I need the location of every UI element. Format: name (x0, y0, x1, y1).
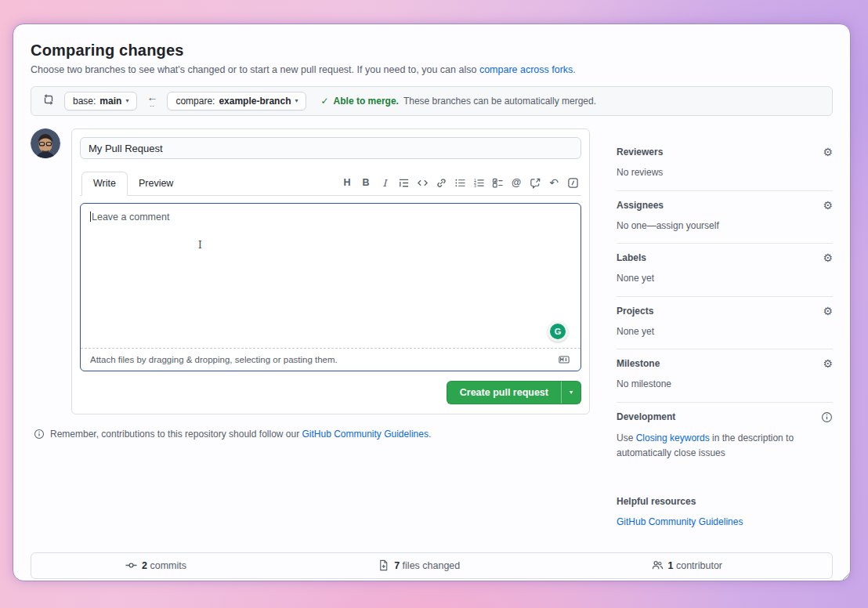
gear-icon[interactable]: ⚙ (823, 306, 833, 317)
compare-across-forks-link[interactable]: compare across forks (479, 64, 573, 75)
compare-branch-name: example-branch (219, 96, 291, 107)
code-icon[interactable] (415, 176, 429, 190)
unordered-list-icon[interactable] (453, 176, 467, 190)
mention-icon[interactable]: @ (509, 176, 523, 190)
sidebar-section-assignees: Assignees ⚙ No one—assign yourself (617, 191, 833, 244)
saved-replies-icon[interactable]: ↶ (547, 176, 561, 190)
comparing-changes-page: Comparing changes Choose two branches to… (13, 24, 851, 581)
reminder-pre: Remember, contributions to this reposito… (50, 429, 302, 440)
commits-stat[interactable]: 2 commits (125, 559, 186, 571)
contributors-stat[interactable]: 1 contributor (652, 559, 722, 571)
commits-count: 2 (142, 560, 147, 571)
base-branch-dropdown[interactable]: base: main ▾ (64, 92, 137, 110)
attach-files-bar[interactable]: Attach files by dragging & dropping, sel… (81, 348, 580, 371)
helpful-guidelines-link[interactable]: GitHub Community Guidelines (617, 516, 743, 527)
assignees-body: No one—assign yourself (617, 219, 833, 233)
sidebar-section-milestone: Milestone ⚙ No milestone (617, 349, 833, 403)
pr-title-input[interactable]: My Pull Request (80, 137, 581, 159)
closing-keywords-link[interactable]: Closing keywords (636, 432, 710, 443)
projects-body: None yet (617, 324, 833, 339)
comment-textarea[interactable]: Leave a comment I G (81, 204, 580, 348)
reviewers-title: Reviewers (617, 147, 663, 157)
tasklist-icon[interactable] (490, 176, 505, 190)
arrow-dots-glyph: ‥ (150, 101, 155, 108)
labels-title: Labels (617, 252, 646, 263)
page-subtitle: Choose two branches to see what's change… (31, 64, 833, 75)
reminder-period: . (429, 429, 431, 440)
info-icon[interactable] (821, 411, 833, 423)
gear-icon[interactable]: ⚙ (823, 147, 833, 157)
development-pre: Use (617, 432, 636, 443)
sidebar-section-development: Development Use Closing keywords in the … (617, 403, 833, 470)
sidebar-section-labels: Labels ⚙ None yet (617, 244, 833, 297)
contribution-reminder: Remember, contributions to this reposito… (31, 429, 590, 440)
text-caret (90, 212, 91, 222)
quote-icon[interactable] (396, 176, 410, 190)
bold-icon[interactable]: B (359, 176, 373, 190)
ordered-list-icon[interactable]: 123 (472, 176, 486, 190)
merge-status-detail: These branches can be automatically merg… (403, 96, 596, 107)
files-label: files changed (400, 560, 460, 571)
sidebar-section-helpful-resources: Helpful resources GitHub Community Guide… (617, 487, 833, 540)
attach-hint-text: Attach files by dragging & dropping, sel… (90, 355, 338, 364)
comparison-stats-bar: 2 commits 7 files changed 1 contributor (31, 552, 833, 579)
base-branch-name: main (99, 96, 121, 107)
tab-preview[interactable]: Preview (128, 172, 184, 195)
create-options-caret[interactable]: ▾ (561, 382, 580, 404)
cross-reference-icon[interactable] (528, 176, 542, 190)
create-pull-request-button[interactable]: Create pull request ▾ (447, 381, 581, 404)
grammarly-button[interactable]: G (548, 321, 568, 342)
chevron-down-icon: ▾ (295, 98, 298, 104)
compare-branch-dropdown[interactable]: compare: example-branch ▾ (167, 92, 306, 110)
reminder-text: Remember, contributions to this reposito… (50, 429, 431, 440)
merge-status-headline: Able to merge. (334, 96, 399, 107)
chevron-down-icon: ▾ (570, 389, 573, 396)
editor-tab-bar: Write Preview H B I 123 @ (80, 172, 581, 196)
comment-placeholder: Leave a comment (92, 212, 169, 223)
commit-icon (125, 559, 137, 571)
gear-icon[interactable]: ⚙ (823, 358, 833, 369)
gear-icon[interactable]: ⚙ (823, 252, 833, 263)
projects-title: Projects (617, 306, 653, 317)
svg-text:3: 3 (473, 183, 476, 188)
check-icon: ✓ (320, 96, 328, 107)
markdown-toolbar: H B I 123 @ ↶ (340, 176, 580, 195)
info-icon (34, 429, 45, 440)
community-guidelines-link[interactable]: GitHub Community Guidelines (302, 429, 429, 440)
heading-icon[interactable]: H (340, 176, 354, 190)
development-body: Use Closing keywords in the description … (617, 431, 833, 460)
avatar (31, 128, 60, 158)
gear-icon[interactable]: ⚙ (823, 200, 833, 211)
sidebar-section-reviewers: Reviewers ⚙ No reviews (617, 138, 833, 191)
grammarly-icon: G (550, 324, 566, 339)
comment-box: Leave a comment I G Attach files by drag… (80, 203, 581, 371)
people-icon (652, 559, 664, 571)
subtitle-period: . (573, 64, 575, 75)
mouse-ibeam-cursor: I (198, 240, 202, 251)
contributors-label: contributor (673, 560, 722, 571)
markdown-icon[interactable] (557, 354, 571, 365)
compare-branch-prefix: compare: (175, 96, 215, 107)
link-icon[interactable] (434, 176, 448, 190)
helpful-resources-title: Helpful resources (617, 496, 696, 507)
labels-body: None yet (617, 271, 833, 286)
create-pull-request-label: Create pull request (447, 382, 561, 404)
subtitle-text: Choose two branches to see what's change… (31, 64, 479, 75)
compare-direction-arrow-icon: ← ‥ (146, 94, 157, 108)
sidebar-section-projects: Projects ⚙ None yet (617, 297, 833, 350)
slash-commands-icon[interactable] (566, 176, 580, 190)
milestone-body: No milestone (617, 377, 833, 392)
files-changed-stat[interactable]: 7 files changed (378, 559, 460, 571)
assignees-title: Assignees (617, 200, 664, 211)
base-branch-prefix: base: (73, 96, 96, 107)
merge-status: ✓ Able to merge. These branches can be a… (320, 96, 596, 107)
chevron-down-icon: ▾ (125, 98, 128, 104)
pr-sidebar: Reviewers ⚙ No reviews Assignees ⚙ No on… (617, 128, 833, 540)
branch-selector-bar: base: main ▾ ← ‥ compare: example-branch… (31, 86, 833, 116)
italic-icon[interactable]: I (378, 176, 392, 190)
git-compare-icon (42, 93, 55, 109)
file-diff-icon (378, 559, 389, 571)
commits-label: commits (147, 560, 186, 571)
tab-write[interactable]: Write (81, 172, 128, 196)
development-title: Development (617, 411, 675, 422)
